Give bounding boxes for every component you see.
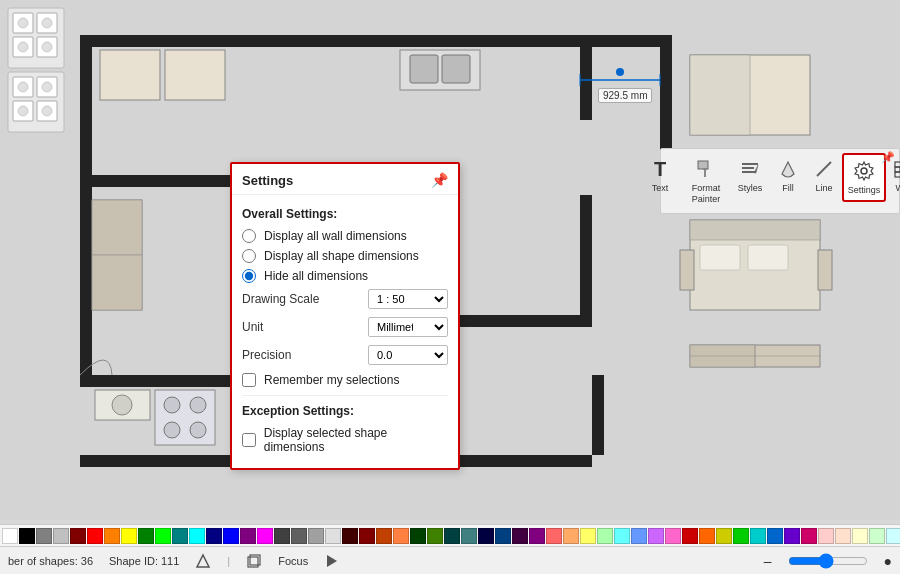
color-swatch[interactable]	[172, 528, 188, 544]
color-swatch[interactable]	[36, 528, 52, 544]
settings-pin-button[interactable]: 📌	[431, 172, 448, 188]
color-swatch[interactable]	[614, 528, 630, 544]
color-swatch[interactable]	[478, 528, 494, 544]
color-swatch[interactable]	[699, 528, 715, 544]
color-swatch[interactable]	[563, 528, 579, 544]
color-swatch[interactable]	[257, 528, 273, 544]
settings-header: Settings 📌	[232, 164, 458, 195]
color-swatch[interactable]	[410, 528, 426, 544]
color-swatch[interactable]	[189, 528, 205, 544]
color-swatch[interactable]	[359, 528, 375, 544]
shape-type-icon	[195, 553, 211, 569]
color-swatch[interactable]	[597, 528, 613, 544]
color-swatch[interactable]	[818, 528, 834, 544]
display-selected-dim-option[interactable]: Display selected shape dimensions	[242, 426, 448, 454]
radio-wall-dim[interactable]: Display all wall dimensions	[242, 229, 448, 243]
zoom-slider[interactable]	[788, 553, 868, 569]
color-swatch[interactable]	[87, 528, 103, 544]
toolbar-text-label: Text	[652, 183, 669, 194]
color-swatch[interactable]	[495, 528, 511, 544]
color-swatch[interactable]	[19, 528, 35, 544]
unit-select[interactable]: Millimet... Centimeters Inches	[368, 317, 448, 337]
color-swatch[interactable]	[155, 528, 171, 544]
color-swatch[interactable]	[53, 528, 69, 544]
color-swatch[interactable]	[121, 528, 137, 544]
svg-rect-3	[580, 35, 592, 120]
color-swatch[interactable]	[104, 528, 120, 544]
overall-settings-label: Overall Settings:	[242, 207, 448, 221]
color-swatch[interactable]	[308, 528, 324, 544]
play-icon[interactable]	[324, 553, 340, 569]
svg-point-61	[42, 42, 52, 52]
color-swatch[interactable]	[461, 528, 477, 544]
color-swatch[interactable]	[223, 528, 239, 544]
svg-rect-71	[698, 161, 708, 169]
color-swatch[interactable]	[716, 528, 732, 544]
toolbar-format-painter-label: FormatPainter	[692, 183, 721, 205]
svg-rect-30	[748, 245, 788, 270]
svg-rect-28	[690, 220, 820, 240]
remember-selections-option[interactable]: Remember my selections	[242, 373, 448, 387]
color-swatch[interactable]	[869, 528, 885, 544]
focus-label[interactable]: Focus	[278, 555, 308, 567]
color-swatch[interactable]	[444, 528, 460, 544]
color-swatch[interactable]	[529, 528, 545, 544]
color-swatch[interactable]	[733, 528, 749, 544]
color-swatch[interactable]	[580, 528, 596, 544]
color-swatch[interactable]	[342, 528, 358, 544]
svg-marker-89	[327, 555, 337, 567]
settings-panel: Settings 📌 Overall Settings: Display all…	[230, 162, 460, 470]
color-swatch[interactable]	[512, 528, 528, 544]
color-swatch[interactable]	[291, 528, 307, 544]
color-swatch[interactable]	[784, 528, 800, 544]
svg-point-45	[190, 397, 206, 413]
color-swatch[interactable]	[206, 528, 222, 544]
color-swatch[interactable]	[665, 528, 681, 544]
radio-hide-dim[interactable]: Hide all dimensions	[242, 269, 448, 283]
zoom-out-icon[interactable]: –	[764, 553, 772, 569]
remember-selections-checkbox[interactable]	[242, 373, 256, 387]
color-swatch[interactable]	[427, 528, 443, 544]
color-swatch[interactable]	[546, 528, 562, 544]
radio-shape-dim-input[interactable]	[242, 249, 256, 263]
display-selected-dim-checkbox[interactable]	[242, 433, 256, 447]
remember-selections-label: Remember my selections	[264, 373, 399, 387]
color-swatch[interactable]	[325, 528, 341, 544]
color-palette	[0, 524, 900, 546]
drawing-scale-label: Drawing Scale	[242, 292, 319, 306]
toolbar-settings-label: Settings	[848, 185, 881, 196]
zoom-in-icon[interactable]: ●	[884, 553, 892, 569]
svg-point-58	[18, 18, 28, 28]
color-swatch[interactable]	[274, 528, 290, 544]
color-swatch[interactable]	[376, 528, 392, 544]
svg-rect-14	[592, 375, 604, 455]
color-swatch[interactable]	[767, 528, 783, 544]
color-swatch[interactable]	[835, 528, 851, 544]
svg-point-67	[18, 82, 28, 92]
color-swatch[interactable]	[886, 528, 900, 544]
toolbar-item-styles[interactable]: Styles	[730, 153, 770, 198]
color-swatch[interactable]	[801, 528, 817, 544]
drawing-scale-select[interactable]: 1 : 50 1 : 100 1 : 200	[368, 289, 448, 309]
color-swatch[interactable]	[138, 528, 154, 544]
toolbar-pin[interactable]: 📌	[881, 151, 895, 164]
color-swatch[interactable]	[750, 528, 766, 544]
color-swatch[interactable]	[70, 528, 86, 544]
toolbar-item-settings[interactable]: Settings	[842, 153, 886, 202]
toolbar-item-line[interactable]: Line	[806, 153, 842, 198]
color-swatch[interactable]	[682, 528, 698, 544]
radio-shape-dim[interactable]: Display all shape dimensions	[242, 249, 448, 263]
color-swatch[interactable]	[2, 528, 18, 544]
color-swatch[interactable]	[631, 528, 647, 544]
color-swatch[interactable]	[852, 528, 868, 544]
precision-select[interactable]: 0.0 0.00 0.000	[368, 345, 448, 365]
toolbar-item-text[interactable]: T Text	[638, 153, 682, 198]
color-swatch[interactable]	[240, 528, 256, 544]
toolbar-item-format-painter[interactable]: FormatPainter	[682, 153, 730, 209]
radio-wall-dim-input[interactable]	[242, 229, 256, 243]
color-swatch[interactable]	[393, 528, 409, 544]
radio-hide-dim-input[interactable]	[242, 269, 256, 283]
svg-point-59	[42, 18, 52, 28]
color-swatch[interactable]	[648, 528, 664, 544]
toolbar-item-fill[interactable]: Fill	[770, 153, 806, 198]
